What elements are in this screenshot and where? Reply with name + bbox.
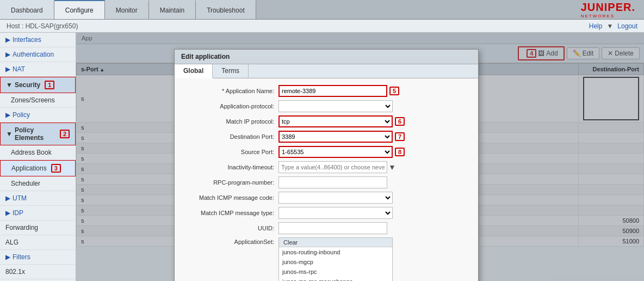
chevron-right-icon: ▶ [5,65,10,73]
sub-nav: Host : HDL-SAP(grx650) Help ▼ Logout [0,20,644,33]
sidebar-item-applications[interactable]: Applications 3 [0,160,76,176]
sidebar-item-idp[interactable]: ▶ IDP [0,206,76,221]
dest-port-badge: 7 [395,132,405,141]
appset-dropdown: Clear junos-routing-inboundjunos-mgcpjun… [278,237,393,281]
uuid-input[interactable] [278,222,387,234]
chevron-right-icon: ▶ [5,51,10,58]
match-ip-badge: 6 [395,117,405,126]
appset-clear-option[interactable]: Clear [279,238,392,247]
app-protocol-label: Application-protocol: [183,103,278,109]
appset-item[interactable]: junos-ms-rpc [279,267,392,277]
content-area: App 4 🖼 Add ✏️ Edit ✕ Delete s-Port [76,33,644,281]
source-port-select[interactable]: 1-65535 [278,146,393,158]
appset-list-inner: junos-routing-inboundjunos-mgcpjunos-ms-… [279,247,392,281]
nav-separator: ▼ [606,22,613,30]
logout-link[interactable]: Logout [617,22,637,30]
sidebar-item-policy-elements[interactable]: ▼ Policy Elements 2 [0,123,76,145]
form-row-source-port: Source Port: 1-65535 8 [183,146,469,158]
dialog-tab-global[interactable]: Global [175,64,213,78]
rpc-input[interactable] [278,176,387,188]
chevron-right-icon: ▶ [5,209,10,217]
sidebar-item-nat[interactable]: ▶ NAT [0,62,76,77]
dest-port-select[interactable]: 3389 [278,131,393,143]
form-row-icmp-code: Match ICMP message code: [183,192,469,204]
form-row-inactivity: Inactivity-timeout: ▼ [183,161,469,173]
sidebar-item-filters[interactable]: ▶ Filters [0,250,76,265]
match-ip-label: Match IP protocol: [183,118,278,125]
appset-item[interactable]: junos-mgcp [279,257,392,267]
dialog-tabs: Global Terms [175,64,478,78]
icmp-code-select[interactable] [278,192,393,204]
sidebar-item-scheduler[interactable]: Scheduler [0,176,76,191]
uuid-label: UUID: [183,225,278,231]
appset-item[interactable]: junos-routing-inbound [279,247,392,257]
form-row-icmp-type: Match ICMP message type: [183,207,469,219]
help-link[interactable]: Help [589,22,603,30]
app-name-badge: 5 [389,87,399,95]
sidebar-item-address-book[interactable]: Address Book [0,145,76,160]
policy-elements-badge: 2 [60,130,70,138]
source-port-label: Source Port: [183,149,278,155]
chevron-right-icon: ▶ [5,253,10,261]
sidebar-item-forwarding[interactable]: Forwarding [0,221,76,235]
icmp-type-select[interactable] [278,207,393,219]
sidebar-item-interfaces[interactable]: ▶ Interfaces [0,33,76,47]
app-name-input[interactable] [278,85,387,97]
form-row-appset: ApplicationSet: Clear junos-routing-inbo… [183,237,469,281]
chevron-right-icon: ▶ [5,36,10,44]
chevron-down-icon: ▼ [6,81,13,89]
form-row-dest-port: Destination Port: 3389 7 [183,131,469,143]
tab-troubleshoot[interactable]: Troubleshoot [196,0,256,19]
brand-logo: JUNIPER. [581,1,635,14]
tab-configure[interactable]: Configure [54,0,105,19]
tab-monitor[interactable]: Monitor [105,0,149,19]
inactivity-label: Inactivity-timeout: [183,164,278,170]
top-nav: Dashboard Configure Monitor Maintain Tro… [0,0,644,20]
applications-badge: 3 [51,164,61,173]
app-name-label: * Application Name: [183,88,278,94]
source-port-badge: 8 [395,148,405,156]
icmp-type-label: Match ICMP message type: [183,210,278,216]
form-row-match-ip: Match IP protocol: tcp 6 [183,115,469,127]
match-ip-select[interactable]: tcp [278,115,393,127]
tab-maintain[interactable]: Maintain [149,0,196,19]
sub-nav-help: Help ▼ Logout [589,22,637,30]
tab-dashboard[interactable]: Dashboard [0,0,54,19]
edit-application-dialog: Edit application Global Terms * Applicat… [174,49,479,281]
sidebar: ▶ Interfaces ▶ Authentication ▶ NAT ▼ Se… [0,33,76,281]
logo-area: JUNIPER. NETWORKS [572,0,644,19]
sidebar-item-8021x[interactable]: 802.1x [0,265,76,279]
dialog-title: Edit application [175,50,478,64]
form-row-rpc: RPC-program-number: [183,176,469,188]
sidebar-item-authentication[interactable]: ▶ Authentication [0,47,76,62]
sidebar-item-utm[interactable]: ▶ UTM [0,191,76,206]
icmp-code-label: Match ICMP message code: [183,194,278,201]
sidebar-item-zones-screens[interactable]: Zones/Screens [0,93,76,108]
chevron-right-icon: ▶ [5,111,10,119]
rpc-label: RPC-program-number: [183,179,278,186]
main-layout: ▶ Interfaces ▶ Authentication ▶ NAT ▼ Se… [0,33,644,281]
sidebar-item-security[interactable]: ▼ Security 1 [0,77,76,93]
brand-sub: NETWORKS [581,14,635,19]
dialog-tab-terms[interactable]: Terms [213,64,249,78]
dialog-body: * Application Name: 5 Application-protoc… [175,78,478,281]
security-badge: 1 [45,81,54,89]
form-row-uuid: UUID: [183,222,469,234]
chevron-down-icon: ▼ [6,130,13,138]
dest-port-label: Destination Port: [183,133,278,140]
appset-item[interactable]: junos-ms-rpc-msexchange [279,277,392,281]
app-protocol-select[interactable] [278,100,393,112]
sidebar-item-alg[interactable]: ALG [0,235,76,250]
chevron-right-icon: ▶ [5,194,10,202]
form-row-app-protocol: Application-protocol: [183,100,469,112]
sidebar-item-policy[interactable]: ▶ Policy [0,108,76,123]
host-label: Host : HDL-SAP(grx650) [7,22,78,30]
inactivity-input[interactable] [278,161,387,173]
appset-label: ApplicationSet: [183,237,278,245]
form-row-app-name: * Application Name: 5 [183,85,469,97]
